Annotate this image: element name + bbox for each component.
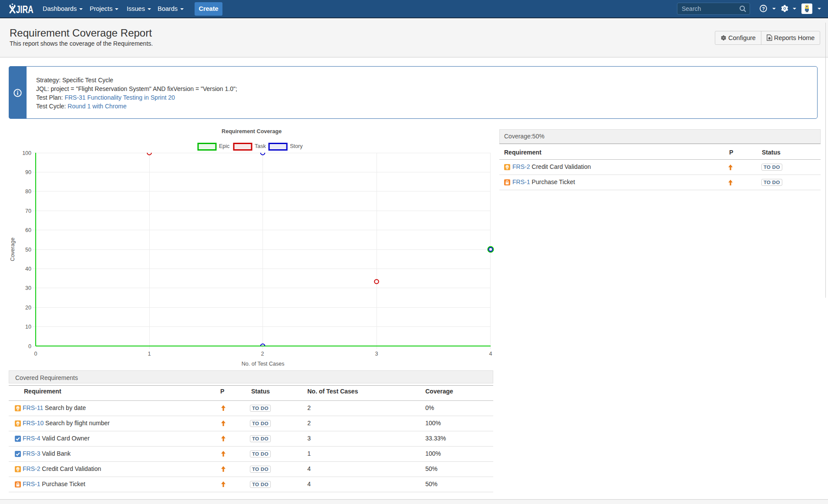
- svg-text:JIRA: JIRA: [16, 4, 34, 14]
- svg-text:Coverage: Coverage: [10, 238, 16, 261]
- svg-text:70: 70: [25, 208, 31, 214]
- svg-text:30: 30: [25, 285, 31, 291]
- svg-text:No. of Test Cases: No. of Test Cases: [242, 361, 284, 367]
- svg-text:2: 2: [261, 351, 264, 357]
- svg-text:4: 4: [489, 351, 492, 357]
- svg-text:80: 80: [25, 188, 31, 195]
- svg-text:0: 0: [28, 343, 31, 349]
- svg-text:10: 10: [25, 324, 31, 330]
- svg-text:Story: Story: [290, 143, 303, 149]
- svg-text:0: 0: [34, 351, 37, 357]
- svg-text:100: 100: [22, 150, 31, 156]
- svg-text:Task: Task: [255, 143, 266, 149]
- svg-text:Epic: Epic: [219, 143, 229, 149]
- svg-text:1: 1: [148, 351, 151, 357]
- svg-text:?: ?: [762, 6, 765, 11]
- svg-text:20: 20: [25, 305, 31, 311]
- svg-text:Requirement Coverage: Requirement Coverage: [222, 128, 282, 134]
- svg-text:3: 3: [375, 351, 378, 357]
- svg-text:40: 40: [25, 266, 31, 272]
- svg-text:60: 60: [25, 227, 31, 233]
- svg-text:90: 90: [25, 169, 31, 175]
- svg-text:50: 50: [25, 247, 31, 253]
